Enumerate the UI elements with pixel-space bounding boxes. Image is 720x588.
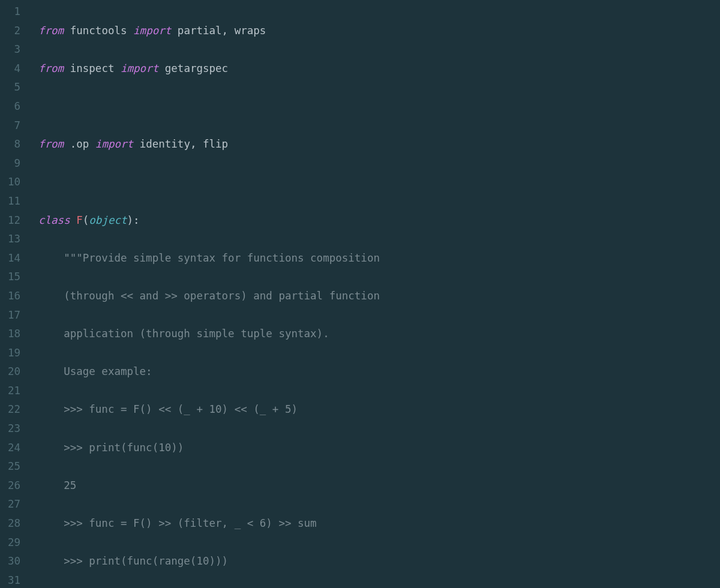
code-line[interactable]: >>> func = F() << (_ + 10) << (_ + 5) [38,400,720,419]
line-number: 22 [0,400,29,419]
code-line[interactable]: """Provide simple syntax for functions c… [38,249,720,268]
module-name: functools [70,25,127,37]
line-number: 18 [0,325,29,344]
line-number: 10 [0,173,29,192]
code-line[interactable]: from .op import identity, flip [38,135,720,154]
keyword-from: from [38,62,64,74]
code-line[interactable]: >>> func = F() >> (filter, _ < 6) >> sum [38,514,720,533]
line-number: 5 [0,78,29,97]
line-number: 20 [0,362,29,382]
code-line[interactable] [38,97,720,116]
identifier: partial [178,25,222,37]
code-editor[interactable]: 1 2 3 4 5 6 7 8 9 10 11 12 13 14 15 16 1… [0,0,720,588]
line-number: 13 [0,230,29,249]
docstring: application (through simple tuple syntax… [64,328,329,340]
keyword-import: import [133,25,171,37]
line-number: 7 [0,116,29,136]
docstring: """Provide simple syntax for functions c… [64,252,380,264]
line-number: 1 [0,2,29,22]
keyword-import: import [121,62,158,74]
code-line[interactable]: 25 [38,476,720,496]
line-number: 17 [0,306,29,325]
line-number: 2 [0,22,29,41]
code-line[interactable]: (through << and >> operators) and partia… [38,287,720,306]
code-line[interactable]: class F(object): [38,211,720,230]
line-number: 28 [0,514,29,533]
keyword-from: from [38,138,64,150]
line-number: 30 [0,552,29,571]
line-number-gutter: 1 2 3 4 5 6 7 8 9 10 11 12 13 14 15 16 1… [0,0,29,588]
line-number: 9 [0,154,29,173]
builtin-object: object [89,214,127,226]
line-number: 29 [0,533,29,553]
line-number: 11 [0,192,29,211]
keyword-import: import [95,138,133,150]
identifier: flip [203,138,228,150]
line-number: 14 [0,249,29,268]
line-number: 31 [0,571,29,588]
docstring: >>> func = F() << (_ + 10) << (_ + 5) [64,403,298,415]
code-line[interactable]: from inspect import getargspec [38,59,720,79]
line-number: 4 [0,59,29,79]
line-number: 24 [0,439,29,458]
module-name: .op [70,138,89,150]
code-line[interactable]: >>> print(func(range(10))) [38,552,720,571]
line-number: 25 [0,457,29,476]
identifier: wraps [235,25,266,37]
line-number: 26 [0,476,29,496]
module-name: inspect [70,62,115,74]
docstring: Usage example: [64,365,152,377]
line-number: 23 [0,419,29,439]
line-number: 6 [0,97,29,116]
line-number: 8 [0,135,29,154]
code-line[interactable]: application (through simple tuple syntax… [38,325,720,344]
keyword-from: from [38,25,64,37]
code-line[interactable]: Usage example: [38,362,720,382]
line-number: 21 [0,382,29,401]
line-number: 3 [0,40,29,59]
docstring: >>> print(func(range(10))) [64,555,228,567]
code-line[interactable] [38,173,720,192]
keyword-class: class [38,214,70,226]
line-number: 16 [0,287,29,306]
class-name: F [76,214,83,226]
identifier: identity [140,138,190,150]
docstring: 25 [64,479,76,491]
docstring: (through << and >> operators) and partia… [64,290,380,302]
line-number: 15 [0,268,29,287]
code-area[interactable]: from functools import partial, wraps fro… [29,0,720,588]
docstring: >>> func = F() >> (filter, _ < 6) >> sum [64,517,316,529]
code-line[interactable]: from functools import partial, wraps [38,22,720,41]
line-number: 12 [0,211,29,230]
line-number: 19 [0,344,29,363]
docstring: >>> print(func(10)) [64,442,184,454]
line-number: 27 [0,495,29,514]
code-line[interactable]: >>> print(func(10)) [38,439,720,458]
identifier: getargspec [165,62,228,74]
